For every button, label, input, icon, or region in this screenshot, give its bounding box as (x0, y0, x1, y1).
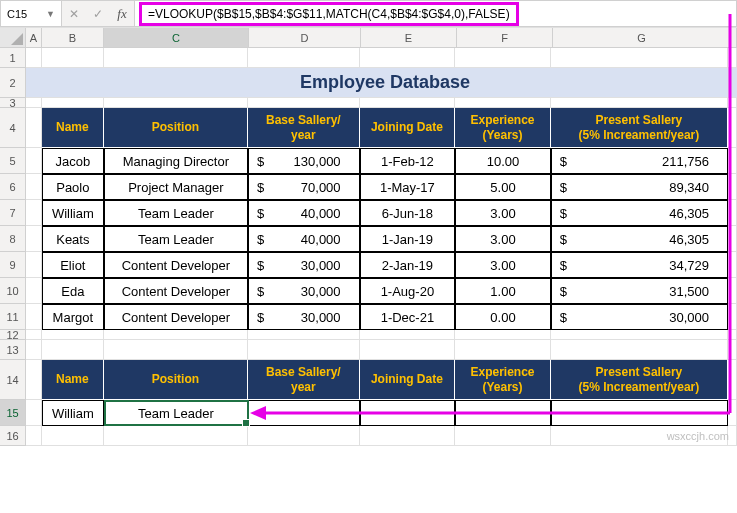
cancel-icon[interactable]: ✕ (62, 1, 86, 26)
cell-F12[interactable] (455, 330, 551, 340)
cell-rest-11[interactable] (728, 304, 737, 330)
cell-rest-6[interactable] (728, 174, 737, 200)
cell-E3[interactable] (360, 98, 456, 108)
cell-name-4[interactable]: Eliot (42, 252, 104, 278)
cell-B12[interactable] (42, 330, 104, 340)
cell-E13[interactable] (360, 340, 456, 360)
lookup-present[interactable] (551, 400, 728, 426)
confirm-icon[interactable]: ✓ (86, 1, 110, 26)
cell-join-5[interactable]: 1-Aug-20 (360, 278, 456, 304)
row-header-12[interactable]: 12 (0, 330, 26, 340)
cell-B13[interactable] (42, 340, 104, 360)
row-header-2[interactable]: 2 (0, 68, 26, 98)
cell-F16[interactable] (455, 426, 551, 446)
cell-pos-0[interactable]: Managing Director (104, 148, 248, 174)
row-header-15[interactable]: 15 (0, 400, 26, 426)
cell-rest-15[interactable] (728, 400, 737, 426)
cell-exp-0[interactable]: 10.00 (455, 148, 551, 174)
cell-C13[interactable] (104, 340, 248, 360)
cell-base-5[interactable]: $30,000 (248, 278, 360, 304)
col-header-A[interactable]: A (26, 28, 42, 47)
cell-name-1[interactable]: Paolo (42, 174, 104, 200)
cell-G1[interactable] (551, 48, 728, 68)
cell-D16[interactable] (248, 426, 360, 446)
cell-join-2[interactable]: 6-Jun-18 (360, 200, 456, 226)
cell-C1[interactable] (104, 48, 248, 68)
cell-A9[interactable] (26, 252, 42, 278)
cell-E1[interactable] (360, 48, 456, 68)
cell-join-4[interactable]: 2-Jan-19 (360, 252, 456, 278)
cell-join-3[interactable]: 1-Jan-19 (360, 226, 456, 252)
row-header-1[interactable]: 1 (0, 48, 26, 68)
cell-F13[interactable] (455, 340, 551, 360)
header-present[interactable]: Present Sallery(5% Increament/year) (551, 108, 728, 148)
select-all-corner[interactable] (0, 28, 26, 47)
cell-join-1[interactable]: 1-May-17 (360, 174, 456, 200)
cell-join-0[interactable]: 1-Feb-12 (360, 148, 456, 174)
row-header-4[interactable]: 4 (0, 108, 26, 148)
cell-rest-3[interactable] (728, 98, 737, 108)
cell-name-3[interactable]: Keats (42, 226, 104, 252)
cell-base-4[interactable]: $30,000 (248, 252, 360, 278)
cell-base-2[interactable]: $40,000 (248, 200, 360, 226)
lookup-header-name[interactable]: Name (42, 360, 104, 400)
cell-A14[interactable] (26, 360, 42, 400)
cell-D13[interactable] (248, 340, 360, 360)
cell-A2[interactable] (26, 68, 42, 98)
row-header-9[interactable]: 9 (0, 252, 26, 278)
cell-sal-3[interactable]: $46,305 (551, 226, 728, 252)
cell-G13[interactable] (551, 340, 728, 360)
cell-rest-5[interactable] (728, 148, 737, 174)
cell-D1[interactable] (248, 48, 360, 68)
cell-exp-6[interactable]: 0.00 (455, 304, 551, 330)
cell-pos-2[interactable]: Team Leader (104, 200, 248, 226)
lookup-position[interactable]: Team Leader (104, 400, 248, 426)
cell-sal-0[interactable]: $211,756 (551, 148, 728, 174)
cell-A8[interactable] (26, 226, 42, 252)
cell-C16[interactable] (104, 426, 248, 446)
cell-E12[interactable] (360, 330, 456, 340)
cell-D3[interactable] (248, 98, 360, 108)
cell-base-1[interactable]: $70,000 (248, 174, 360, 200)
cell-rest-8[interactable] (728, 226, 737, 252)
cell-D12[interactable] (248, 330, 360, 340)
cell-rest-9[interactable] (728, 252, 737, 278)
lookup-base[interactable] (248, 400, 360, 426)
cell-rest-16[interactable] (728, 426, 737, 446)
col-header-E[interactable]: E (361, 28, 457, 47)
cell-sal-6[interactable]: $30,000 (551, 304, 728, 330)
cell-A12[interactable] (26, 330, 42, 340)
lookup-header-base[interactable]: Base Sallery/year (248, 360, 360, 400)
header-name[interactable]: Name (42, 108, 104, 148)
cell-B1[interactable] (42, 48, 104, 68)
cell-A4[interactable] (26, 108, 42, 148)
cell-B16[interactable] (42, 426, 104, 446)
cell-name-6[interactable]: Margot (42, 304, 104, 330)
cell-exp-1[interactable]: 5.00 (455, 174, 551, 200)
cell-sal-5[interactable]: $31,500 (551, 278, 728, 304)
col-header-B[interactable]: B (42, 28, 104, 47)
cell-name-2[interactable]: William (42, 200, 104, 226)
cell-pos-3[interactable]: Team Leader (104, 226, 248, 252)
header-joining[interactable]: Joining Date (360, 108, 456, 148)
cell-pos-1[interactable]: Project Manager (104, 174, 248, 200)
formula-bar[interactable]: =VLOOKUP($B$15,$B$4:$G$11,MATCH(C4,$B$4:… (135, 0, 737, 27)
row-header-10[interactable]: 10 (0, 278, 26, 304)
cell-A13[interactable] (26, 340, 42, 360)
cell-rest-10[interactable] (728, 278, 737, 304)
cell-A15[interactable] (26, 400, 42, 426)
title-cell[interactable]: Employee Database (42, 68, 729, 98)
row-header-11[interactable]: 11 (0, 304, 26, 330)
col-header-F[interactable]: F (457, 28, 553, 47)
row-header-3[interactable]: 3 (0, 98, 26, 108)
cell-E16[interactable] (360, 426, 456, 446)
cell-exp-3[interactable]: 3.00 (455, 226, 551, 252)
row-header-7[interactable]: 7 (0, 200, 26, 226)
cell-B3[interactable] (42, 98, 104, 108)
cell-name-5[interactable]: Eda (42, 278, 104, 304)
lookup-header-position[interactable]: Position (104, 360, 248, 400)
cell-base-6[interactable]: $30,000 (248, 304, 360, 330)
lookup-experience[interactable] (455, 400, 551, 426)
cell-F3[interactable] (455, 98, 551, 108)
header-base[interactable]: Base Sallery/year (248, 108, 360, 148)
